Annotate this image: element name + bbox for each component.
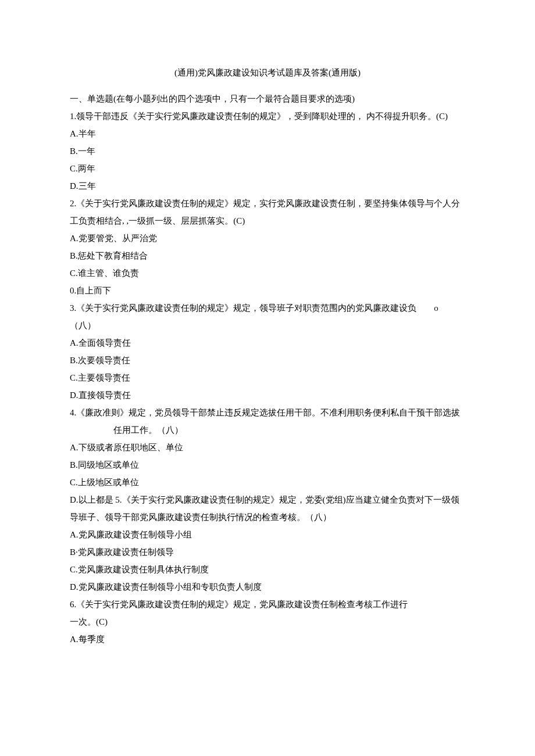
q1-text: 1.领导干部违反《关于实行党风廉政建设责任制的规定》，受到降职处理的， 内不得提… bbox=[70, 108, 465, 125]
q1-option-a: A.半年 bbox=[70, 125, 465, 142]
q6-option-a: A.每季度 bbox=[70, 630, 465, 648]
q1-option-d: D.三年 bbox=[70, 177, 465, 195]
q1-option-c: C.两年 bbox=[70, 160, 465, 177]
q6-text: 6.《关于实行党风廉政建设责任制的规定》规定，党风廉政建设责任制检查考核工作进行 bbox=[70, 596, 465, 613]
q2-option-c: C.谁主管、谁负责 bbox=[70, 264, 465, 282]
q3-text-part1: 3.《关于实行党风廉政建设责任制的规定》规定，领导班子对职责范围内的党风廉政建设… bbox=[70, 303, 416, 313]
q3-option-d: D.直接领导责任 bbox=[70, 386, 465, 404]
q5-option-c: C.党风廉政建设责任制具体执行制度 bbox=[70, 561, 465, 578]
q3-option-c: C.主要领导责任 bbox=[70, 369, 465, 386]
q4-text2: 任用工作。（八） bbox=[70, 421, 465, 439]
q5-option-a: A.党风廉政建设责任制领导小组 bbox=[70, 526, 465, 543]
q4-option-b: B.同级地区或单位 bbox=[70, 456, 465, 474]
q2-option-b: B.惩处下教育相结合 bbox=[70, 247, 465, 264]
q5-text: D.以上都是 5.《关于实行党风廉政建设责任制的规定》规定，党委(党组)应当建立… bbox=[70, 491, 465, 526]
q4-option-a: A.下级或者原任职地区、单位 bbox=[70, 439, 465, 456]
q2-text: 2.《关于实行党风廉政建设责任制的规定》规定，实行党风廉政建设责任制，要坚持集体… bbox=[70, 195, 465, 230]
q2-option-a: A.党要管党、从严治党 bbox=[70, 230, 465, 247]
q5-option-d: D.党风廉政建设责任制领导小组和专职负责人制度 bbox=[70, 578, 465, 596]
q2-option-d: 0.自上而下 bbox=[70, 282, 465, 299]
q3-option-b: B.次要领导责任 bbox=[70, 352, 465, 369]
q1-option-b: B.一年 bbox=[70, 142, 465, 160]
document-title: (通用)党风廉政建设知识考试题库及答案(通用版) bbox=[70, 64, 465, 81]
q4-text: 4.《廉政准则》规定，党员领导干部禁止违反规定选拔任用干部。不准利用职务便利私自… bbox=[70, 404, 465, 421]
q3-line1: 3.《关于实行党风廉政建设责任制的规定》规定，领导班子对职责范围内的党风廉政建设… bbox=[70, 299, 465, 317]
q5-option-b: B·党风廉政建设责任制领导 bbox=[70, 543, 465, 561]
q3-blank-marker: o bbox=[434, 303, 438, 313]
section-header: 一、单选题(在每小题列出的四个选项中，只有一个最符合题目要求的选项) bbox=[70, 90, 465, 108]
q3-option-a: A.全面领导责任 bbox=[70, 334, 465, 352]
q4-option-c: C.上级地区或单位 bbox=[70, 474, 465, 491]
q6-text2: 一次。(C) bbox=[70, 613, 465, 630]
q3-line2: （八） bbox=[70, 317, 465, 334]
